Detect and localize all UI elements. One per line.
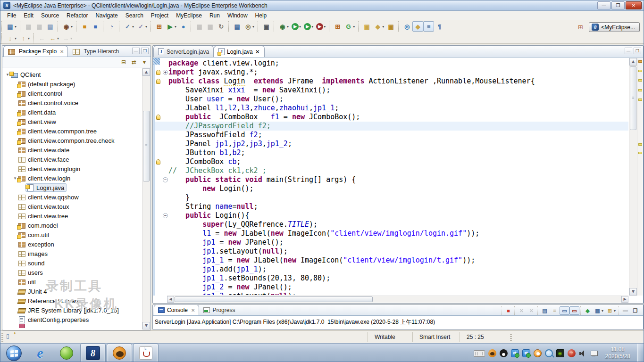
tree-item[interactable]: client.view.face [3,155,142,164]
last-edit-location-button[interactable]: ← [36,33,47,43]
import-button[interactable]: ▦ [194,21,205,32]
deploy-ear-button[interactable]: ■ [90,21,101,32]
dropdown-arrow-icon[interactable]: ▾ [15,25,17,29]
annotation-mark[interactable] [638,60,642,63]
menu-project[interactable]: Project [147,11,172,20]
tree-item[interactable]: client.control.voice [3,98,142,107]
smart-insert-indicator[interactable]: Smart Insert [412,332,460,342]
code-line[interactable]: jp1.setLayout(null); [155,247,628,256]
menu-edit[interactable]: Edit [20,11,37,20]
tree-item[interactable]: JUnit 4 [3,287,142,296]
show-selected-element-button[interactable]: ≡ [423,21,434,32]
clear-console-button[interactable]: ▤ [540,306,550,315]
myeclipse-derby-button[interactable]: ◉▾ [61,21,74,32]
console-maximize-button[interactable]: ❐ [630,306,640,315]
debug-button[interactable]: ◉▾ [277,21,290,32]
remove-launch-button[interactable]: ✕ [517,306,527,315]
remove-all-launches-button[interactable]: ✕ [527,306,536,315]
show-stdout-button[interactable]: ▭ [560,306,569,315]
forward-button[interactable]: →▾ [60,33,74,43]
taskbar-ie-button[interactable]: e [27,344,53,362]
editor-minimize-button[interactable]: — [625,48,632,54]
code-line[interactable]: new Login(); [155,184,628,193]
tray-qq-icon[interactable] [500,349,508,357]
dropdown-arrow-icon[interactable]: ▾ [602,309,603,313]
minimize-button[interactable]: — [597,1,611,9]
taskbar-java-app-button[interactable] [133,344,159,362]
tree-item[interactable]: client.control [3,89,142,98]
code-line[interactable]: package client.view.login; [155,59,628,68]
refresh-button[interactable]: ↻ [216,21,226,32]
tree-item[interactable]: Referenced Libraries [3,296,142,305]
scroll-lock-button[interactable]: ≡ [550,306,560,315]
code-line[interactable]: String name=null; [155,202,628,211]
tree-item[interactable] [3,324,142,328]
tree-item[interactable]: com.util [3,230,142,239]
fold-cell[interactable]: + [162,70,168,75]
code-line[interactable]: l1 = new JLabel(new ImageIcon("client/vi… [155,229,628,238]
dropdown-arrow-icon[interactable]: ▾ [353,25,355,29]
save-all-button[interactable]: ▦ [34,21,45,32]
export-button[interactable]: ▦ [205,21,216,32]
menu-file[interactable]: File [3,11,20,20]
display-console-button[interactable]: ▦▾ [593,306,605,315]
code-line[interactable]: User user = new User(); [155,95,628,104]
tree-item[interactable]: ▾client.view.login [3,173,142,183]
save-button[interactable]: ▦ [23,21,34,32]
tree-item[interactable]: client.view.tree [3,211,142,221]
menu-help[interactable]: Help [251,11,271,20]
taskbar-kk-recorder-button[interactable] [107,344,132,362]
code-line[interactable]: JButton b1,b2; [155,148,628,157]
tree-item[interactable]: util [3,277,142,287]
annotate-button[interactable]: ◆▾ [372,21,385,32]
tree-item[interactable]: users [3,268,142,277]
run-jsp-button[interactable]: ▶▾ [165,21,178,32]
show-desktop-button[interactable] [637,344,642,362]
prev-annotation-button[interactable]: ↑▾ [18,33,31,43]
dropdown-arrow-icon[interactable]: ▾ [175,25,176,29]
tab-type-hierarchy[interactable]: Type Hierarch [68,46,123,57]
show-stderr-button[interactable]: ▭ [569,306,579,315]
open-resource-button[interactable]: ▣ [385,21,396,32]
fast-view-button[interactable]: ▯ [6,333,15,341]
tree-item[interactable]: ▾QClient [3,70,142,79]
code-line[interactable]: − public static void main(String[] args)… [155,175,628,184]
pin-console-button[interactable]: ◆ [583,306,593,315]
new-servlet-button[interactable]: ✓▾ [135,21,149,32]
code-line[interactable]: } [155,193,628,202]
start-button[interactable] [1,344,26,362]
tree-item[interactable]: client.view.imglogin [3,164,142,173]
tray-kk-recorder-icon[interactable] [488,349,496,357]
app-logo-icon[interactable]: 8 [3,2,10,9]
dropdown-arrow-icon[interactable]: ▾ [145,25,147,29]
tray-search-icon[interactable] [545,349,553,357]
tray-network-icon[interactable] [590,349,598,357]
maximize-button[interactable]: ❐ [611,1,625,9]
tray-red-badge-icon[interactable]: 中 [568,349,576,357]
view-menu-button[interactable]: ▾ [140,58,149,66]
tree-item[interactable]: client.view.toux [3,202,142,211]
convert-project-button[interactable]: ⊞ [154,21,165,32]
annotation-mark[interactable] [638,89,642,91]
code-line[interactable]: JLabel l1,l2,l3,zhuce,zhaohui,jp1_1; [155,104,628,113]
fold-collapse-icon[interactable]: − [163,213,168,218]
toggle-highlight-button[interactable]: ◆ [412,21,423,32]
dropdown-arrow-icon[interactable]: ▾ [252,25,254,29]
deploy-project-button[interactable]: ■ [79,21,90,32]
menu-run[interactable]: Run [206,11,224,20]
dropdown-arrow-icon[interactable]: ▾ [382,25,384,29]
editor-maximize-button[interactable]: ❐ [634,48,641,54]
tray-sync-icon-2[interactable]: ⇄ [522,349,530,357]
editor-vscrollbar[interactable]: ▲ ▼ [629,58,637,296]
tree-item[interactable]: clientConfig.properties [3,315,142,324]
tree-item[interactable]: com.model [3,221,142,230]
code-line[interactable]: JComboBox cb; [155,157,628,166]
code-line[interactable]: jp1_1 = new JLabel(new ImageIcon("client… [155,256,628,265]
fold-cell[interactable]: − [162,177,168,182]
editor-hscrollbar[interactable]: ◀ ▶ [167,296,628,303]
close-button[interactable]: ✕ [626,1,642,9]
code-line[interactable]: JPasswordField f2; [155,131,628,140]
tree-item[interactable]: exception [3,239,142,249]
tray-clock[interactable]: 11:08 2020/5/28 [602,346,634,360]
dropdown-arrow-icon[interactable]: ▾ [70,36,72,41]
